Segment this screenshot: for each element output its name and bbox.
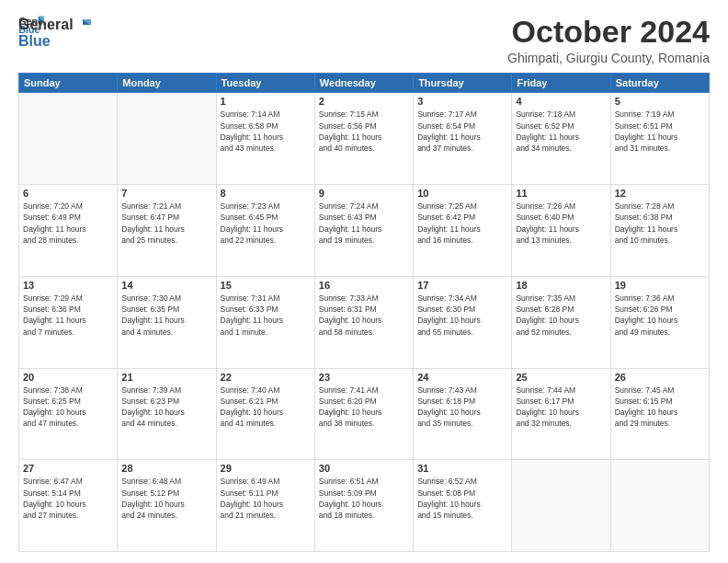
table-row: 11Sunrise: 7:26 AMSunset: 6:40 PMDayligh… — [512, 185, 610, 277]
day-number: 9 — [319, 188, 409, 199]
header-sunday: Sunday — [19, 74, 118, 93]
day-info: Sunrise: 6:48 AMSunset: 5:12 PMDaylight:… — [121, 476, 211, 521]
day-number: 11 — [516, 188, 606, 199]
table-row: 19Sunrise: 7:36 AMSunset: 6:26 PMDayligh… — [610, 276, 709, 368]
day-info: Sunrise: 7:38 AMSunset: 6:25 PMDaylight:… — [23, 385, 113, 430]
day-info: Sunrise: 7:18 AMSunset: 6:52 PMDaylight:… — [516, 109, 606, 154]
day-info: Sunrise: 7:28 AMSunset: 6:38 PMDaylight:… — [615, 201, 705, 246]
day-info: Sunrise: 7:29 AMSunset: 6:36 PMDaylight:… — [23, 293, 113, 338]
header-thursday: Thursday — [414, 74, 512, 93]
day-number: 18 — [516, 280, 606, 291]
day-info: Sunrise: 7:30 AMSunset: 6:35 PMDaylight:… — [121, 293, 211, 338]
calendar-header-row: Sunday Monday Tuesday Wednesday Thursday… — [19, 74, 710, 93]
day-info: Sunrise: 7:14 AMSunset: 6:58 PMDaylight:… — [221, 109, 311, 154]
header: General Blue General Blue October 2024 G… — [18, 15, 710, 65]
table-row: 1Sunrise: 7:14 AMSunset: 6:58 PMDaylight… — [216, 93, 314, 185]
day-number: 7 — [121, 188, 211, 199]
table-row: 15Sunrise: 7:31 AMSunset: 6:33 PMDayligh… — [216, 276, 314, 368]
day-number: 20 — [23, 372, 113, 383]
header-monday: Monday — [118, 74, 216, 93]
table-row: 27Sunrise: 6:47 AMSunset: 5:14 PMDayligh… — [19, 460, 118, 552]
table-row: 14Sunrise: 7:30 AMSunset: 6:35 PMDayligh… — [118, 276, 216, 368]
table-row: 20Sunrise: 7:38 AMSunset: 6:25 PMDayligh… — [19, 368, 118, 460]
title-block: October 2024 Ghimpati, Giurgiu County, R… — [507, 15, 710, 65]
day-number: 14 — [121, 280, 211, 291]
table-row: 3Sunrise: 7:17 AMSunset: 6:54 PMDaylight… — [414, 93, 512, 185]
day-info: Sunrise: 7:35 AMSunset: 6:28 PMDaylight:… — [516, 293, 606, 338]
header-tuesday: Tuesday — [216, 74, 314, 93]
title-location: Ghimpati, Giurgiu County, Romania — [507, 51, 710, 65]
day-number: 25 — [516, 372, 606, 383]
title-month: October 2024 — [507, 15, 710, 49]
table-row: 21Sunrise: 7:39 AMSunset: 6:23 PMDayligh… — [118, 368, 216, 460]
day-number: 28 — [121, 463, 211, 474]
page: General Blue General Blue October 2024 G… — [0, 0, 728, 563]
day-info: Sunrise: 7:43 AMSunset: 6:18 PMDaylight:… — [417, 385, 507, 430]
table-row: 13Sunrise: 7:29 AMSunset: 6:36 PMDayligh… — [19, 276, 118, 368]
day-number: 31 — [417, 463, 507, 474]
day-info: Sunrise: 7:41 AMSunset: 6:20 PMDaylight:… — [319, 385, 409, 430]
logo-general-text: General — [18, 17, 74, 33]
day-number: 26 — [615, 372, 705, 383]
day-info: Sunrise: 6:47 AMSunset: 5:14 PMDaylight:… — [23, 476, 113, 521]
day-info: Sunrise: 6:49 AMSunset: 5:11 PMDaylight:… — [221, 476, 311, 521]
header-saturday: Saturday — [610, 74, 709, 93]
day-number: 29 — [221, 463, 311, 474]
table-row: 23Sunrise: 7:41 AMSunset: 6:20 PMDayligh… — [314, 368, 413, 460]
day-number: 30 — [319, 463, 409, 474]
day-number: 2 — [319, 96, 409, 107]
table-row: 25Sunrise: 7:44 AMSunset: 6:17 PMDayligh… — [512, 368, 610, 460]
day-number: 4 — [516, 96, 606, 107]
table-row: 9Sunrise: 7:24 AMSunset: 6:43 PMDaylight… — [314, 185, 413, 277]
day-info: Sunrise: 7:17 AMSunset: 6:54 PMDaylight:… — [417, 109, 507, 154]
table-row: 6Sunrise: 7:20 AMSunset: 6:49 PMDaylight… — [19, 185, 118, 277]
day-info: Sunrise: 7:45 AMSunset: 6:15 PMDaylight:… — [615, 385, 705, 430]
day-info: Sunrise: 7:23 AMSunset: 6:45 PMDaylight:… — [221, 201, 311, 246]
table-row — [610, 460, 709, 552]
logo-blue-text: Blue — [18, 33, 51, 49]
table-row: 10Sunrise: 7:25 AMSunset: 6:42 PMDayligh… — [414, 185, 512, 277]
day-info: Sunrise: 7:36 AMSunset: 6:26 PMDaylight:… — [615, 293, 705, 338]
day-number: 10 — [417, 188, 507, 199]
calendar-week-row: 13Sunrise: 7:29 AMSunset: 6:36 PMDayligh… — [19, 276, 710, 368]
day-info: Sunrise: 7:24 AMSunset: 6:43 PMDaylight:… — [319, 201, 409, 246]
day-number: 8 — [221, 188, 311, 199]
table-row: 26Sunrise: 7:45 AMSunset: 6:15 PMDayligh… — [610, 368, 709, 460]
day-info: Sunrise: 7:15 AMSunset: 6:56 PMDaylight:… — [319, 109, 409, 154]
table-row: 18Sunrise: 7:35 AMSunset: 6:28 PMDayligh… — [512, 276, 610, 368]
day-number: 16 — [319, 280, 409, 291]
day-info: Sunrise: 7:21 AMSunset: 6:47 PMDaylight:… — [121, 201, 211, 246]
day-info: Sunrise: 7:26 AMSunset: 6:40 PMDaylight:… — [516, 201, 606, 246]
table-row: 30Sunrise: 6:51 AMSunset: 5:09 PMDayligh… — [314, 460, 413, 552]
day-info: Sunrise: 6:52 AMSunset: 5:08 PMDaylight:… — [417, 476, 507, 521]
day-number: 6 — [23, 188, 113, 199]
calendar-week-row: 20Sunrise: 7:38 AMSunset: 6:25 PMDayligh… — [19, 368, 710, 460]
day-info: Sunrise: 6:51 AMSunset: 5:09 PMDaylight:… — [319, 476, 409, 521]
table-row — [512, 460, 610, 552]
table-row: 7Sunrise: 7:21 AMSunset: 6:47 PMDaylight… — [118, 185, 216, 277]
table-row: 22Sunrise: 7:40 AMSunset: 6:21 PMDayligh… — [216, 368, 314, 460]
day-number: 27 — [23, 463, 113, 474]
day-info: Sunrise: 7:34 AMSunset: 6:30 PMDaylight:… — [417, 293, 507, 338]
header-wednesday: Wednesday — [314, 74, 413, 93]
day-number: 24 — [417, 372, 507, 383]
table-row: 12Sunrise: 7:28 AMSunset: 6:38 PMDayligh… — [610, 185, 709, 277]
table-row — [19, 93, 118, 185]
day-info: Sunrise: 7:44 AMSunset: 6:17 PMDaylight:… — [516, 385, 606, 430]
day-number: 12 — [615, 188, 705, 199]
table-row: 28Sunrise: 6:48 AMSunset: 5:12 PMDayligh… — [118, 460, 216, 552]
day-info: Sunrise: 7:31 AMSunset: 6:33 PMDaylight:… — [221, 293, 311, 338]
day-info: Sunrise: 7:20 AMSunset: 6:49 PMDaylight:… — [23, 201, 113, 246]
table-row: 8Sunrise: 7:23 AMSunset: 6:45 PMDaylight… — [216, 185, 314, 277]
day-info: Sunrise: 7:33 AMSunset: 6:31 PMDaylight:… — [319, 293, 409, 338]
table-row: 4Sunrise: 7:18 AMSunset: 6:52 PMDaylight… — [512, 93, 610, 185]
day-number: 23 — [319, 372, 409, 383]
day-number: 13 — [23, 280, 113, 291]
calendar-table: Sunday Monday Tuesday Wednesday Thursday… — [18, 73, 710, 552]
table-row: 31Sunrise: 6:52 AMSunset: 5:08 PMDayligh… — [414, 460, 512, 552]
table-row: 24Sunrise: 7:43 AMSunset: 6:18 PMDayligh… — [414, 368, 512, 460]
day-info: Sunrise: 7:39 AMSunset: 6:23 PMDaylight:… — [121, 385, 211, 430]
table-row: 16Sunrise: 7:33 AMSunset: 6:31 PMDayligh… — [314, 276, 413, 368]
day-number: 15 — [221, 280, 311, 291]
logo: General Blue General Blue — [18, 15, 92, 50]
